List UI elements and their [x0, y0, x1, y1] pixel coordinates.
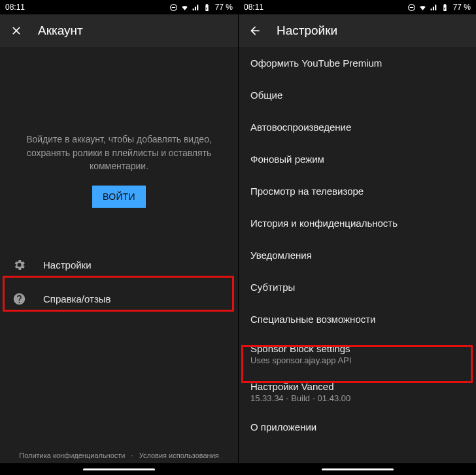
status-time: 08:11: [244, 3, 264, 12]
list-item-label: Справка/отзыв: [43, 293, 111, 304]
status-time: 08:11: [5, 3, 25, 12]
settings-list: Оформить YouTube Premium Общие Автовоспр…: [239, 47, 476, 463]
close-icon[interactable]: [9, 24, 24, 38]
left-body: Войдите в аккаунт, чтобы добавлять видео…: [0, 47, 238, 463]
app-bar: Аккаунт: [0, 14, 238, 47]
setting-background[interactable]: Фоновый режим: [239, 143, 476, 175]
list-item-help[interactable]: Справка/отзыв: [0, 282, 238, 316]
footer-links: Политика конфиденциальности · Условия ис…: [0, 445, 238, 463]
setting-captions[interactable]: Субтитры: [239, 271, 476, 303]
setting-sponsorblock[interactable]: Sponsor Block settings Uses sponsor.ajay…: [239, 335, 476, 373]
setting-label: Sponsor Block settings: [250, 343, 464, 354]
setting-autoplay[interactable]: Автовоспроизведение: [239, 111, 476, 143]
list-item-label: Настройки: [43, 259, 92, 270]
setting-history[interactable]: История и конфиденциальность: [239, 207, 476, 239]
terms-link[interactable]: Условия использования: [137, 451, 221, 459]
battery-text: 77 %: [453, 3, 471, 12]
battery-text: 77 %: [215, 3, 233, 12]
signin-button[interactable]: ВОЙТИ: [92, 186, 146, 208]
setting-label: Настройки Vanced: [250, 381, 464, 392]
setting-label: Фоновый режим: [250, 154, 324, 165]
account-list: Настройки Справка/отзыв: [0, 248, 238, 316]
setting-label: Общие: [250, 90, 282, 101]
signin-prompt: Войдите в аккаунт, чтобы добавлять видео…: [16, 133, 222, 172]
signal-icon: [192, 3, 200, 12]
signal-icon: [430, 3, 438, 12]
back-icon[interactable]: [248, 24, 262, 38]
page-title: Настройки: [277, 24, 337, 38]
list-item-settings[interactable]: Настройки: [0, 248, 238, 282]
setting-general[interactable]: Общие: [239, 79, 476, 111]
status-bar: 08:11 77 %: [239, 0, 476, 14]
setting-label: Уведомления: [250, 250, 312, 261]
setting-accessibility[interactable]: Специальные возможности: [239, 303, 476, 335]
nav-pill[interactable]: [239, 463, 476, 475]
wifi-icon: [180, 3, 189, 12]
privacy-link[interactable]: Политика конфиденциальности: [17, 451, 127, 459]
setting-label: Специальные возможности: [250, 314, 376, 325]
battery-icon: [203, 3, 211, 12]
setting-label: Оформить YouTube Premium: [250, 57, 382, 69]
setting-about[interactable]: О приложении: [239, 411, 476, 443]
status-icons: 77 %: [407, 3, 471, 12]
setting-premium[interactable]: Оформить YouTube Premium: [239, 47, 476, 79]
help-icon: [12, 292, 26, 306]
dnd-icon: [169, 3, 178, 12]
setting-label: О приложении: [250, 421, 316, 433]
app-bar: Настройки: [239, 14, 476, 47]
dnd-icon: [407, 3, 416, 12]
status-icons: 77 %: [169, 3, 233, 12]
signin-block: Войдите в аккаунт, чтобы добавлять видео…: [0, 106, 238, 235]
wifi-icon: [418, 3, 427, 12]
setting-label: Субтитры: [250, 282, 295, 293]
setting-subtext: Uses sponsor.ajay.app API: [250, 355, 464, 365]
status-bar: 08:11 77 %: [0, 0, 238, 14]
page-title: Аккаунт: [38, 24, 83, 38]
setting-notifications[interactable]: Уведомления: [239, 239, 476, 271]
setting-tv[interactable]: Просмотр на телевизоре: [239, 175, 476, 207]
setting-subtext: 15.33.34 - Build - 01.43.00: [250, 393, 464, 403]
phone-left: 08:11 77 % Аккаунт Войдите в аккаунт, чт…: [0, 0, 238, 475]
footer-sep: ·: [129, 451, 135, 459]
gear-icon: [12, 258, 26, 272]
phone-right: 08:11 77 % Настройки Оформить YouTube Pr…: [238, 0, 476, 475]
setting-vanced[interactable]: Настройки Vanced 15.33.34 - Build - 01.4…: [239, 373, 476, 411]
nav-pill[interactable]: [0, 463, 238, 475]
setting-label: Автовоспроизведение: [250, 122, 351, 133]
battery-icon: [441, 3, 449, 12]
setting-label: История и конфиденциальность: [250, 218, 398, 229]
setting-label: Просмотр на телевизоре: [250, 186, 364, 197]
